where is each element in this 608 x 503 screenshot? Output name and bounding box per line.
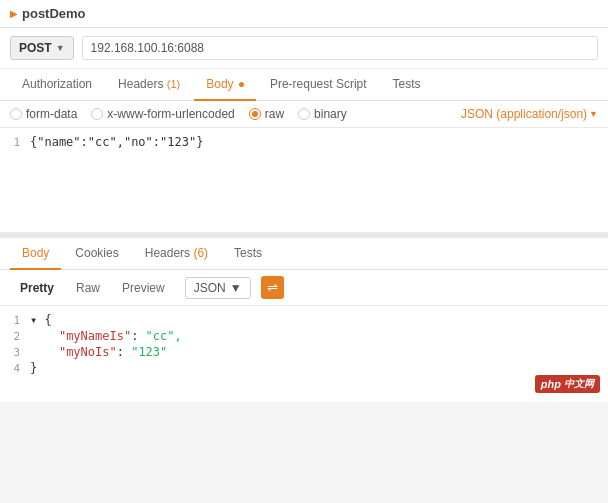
tab-authorization[interactable]: Authorization xyxy=(10,69,104,101)
resp-line-num-1: 1 xyxy=(0,313,30,327)
resp-line-1: 1 ▾ { xyxy=(0,312,608,328)
headers-badge: (1) xyxy=(167,78,180,90)
response-tabs-bar: Body Cookies Headers (6) Tests xyxy=(0,238,608,270)
method-select[interactable]: POST ▼ xyxy=(10,36,74,60)
resp-line-num-3: 3 xyxy=(0,345,30,359)
method-label: POST xyxy=(19,41,52,55)
resp-line-3: 3 "myNoIs": "123" xyxy=(0,344,608,360)
resp-json-label: JSON xyxy=(194,281,226,295)
tab-body[interactable]: Body xyxy=(194,69,256,101)
response-section: Body Cookies Headers (6) Tests Pretty Ra… xyxy=(0,238,608,401)
demo-title: postDemo xyxy=(22,6,86,21)
binary-label: binary xyxy=(314,107,347,121)
resp-tab-headers[interactable]: Headers (6) xyxy=(133,238,220,270)
resp-line-4: 4 } xyxy=(0,360,608,376)
tab-headers[interactable]: Headers (1) xyxy=(106,69,192,101)
response-code-area: 1 ▾ { 2 "myNameIs": "cc", 3 "myNoIs": "1… xyxy=(0,306,608,401)
body-dot xyxy=(239,82,244,87)
resp-tab-body[interactable]: Body xyxy=(10,238,61,270)
response-subtabs: Pretty Raw Preview JSON ▼ ⇌ xyxy=(0,270,608,306)
raw-option[interactable]: raw xyxy=(249,107,284,121)
urlencoded-option[interactable]: x-www-form-urlencoded xyxy=(91,107,234,121)
raw-radio[interactable] xyxy=(249,108,261,120)
wrap-button[interactable]: ⇌ xyxy=(261,276,284,299)
resp-json-chevron-icon: ▼ xyxy=(230,281,242,295)
urlencoded-label: x-www-form-urlencoded xyxy=(107,107,234,121)
request-tabs-bar: Authorization Headers (1) Body Pre-reque… xyxy=(0,69,608,101)
watermark-site: 中文网 xyxy=(564,377,594,391)
urlencoded-radio[interactable] xyxy=(91,108,103,120)
response-json-select[interactable]: JSON ▼ xyxy=(185,277,251,299)
url-input[interactable] xyxy=(82,36,598,60)
watermark: php 中文网 xyxy=(535,375,600,393)
subtab-preview[interactable]: Preview xyxy=(112,277,175,299)
resp-headers-badge: (6) xyxy=(193,246,208,260)
resp-line-content-3: "myNoIs": "123" xyxy=(30,345,167,359)
binary-option[interactable]: binary xyxy=(298,107,347,121)
subtab-raw[interactable]: Raw xyxy=(66,277,110,299)
form-data-label: form-data xyxy=(26,107,77,121)
raw-label: raw xyxy=(265,107,284,121)
resp-line-num-2: 2 xyxy=(0,329,30,343)
top-bar: ▶ postDemo xyxy=(0,0,608,28)
method-chevron-icon: ▼ xyxy=(56,43,65,53)
line-num-1: 1 xyxy=(0,135,30,149)
binary-radio[interactable] xyxy=(298,108,310,120)
json-chevron-icon: ▼ xyxy=(589,109,598,119)
resp-line-content-2: "myNameIs": "cc", xyxy=(30,329,182,343)
wrap-icon: ⇌ xyxy=(267,280,278,295)
form-data-option[interactable]: form-data xyxy=(10,107,77,121)
json-type-select[interactable]: JSON (application/json) ▼ xyxy=(461,107,598,121)
php-label: php xyxy=(541,378,561,390)
subtab-pretty[interactable]: Pretty xyxy=(10,277,64,299)
expand-arrow-icon[interactable]: ▶ xyxy=(10,8,18,19)
resp-tab-cookies[interactable]: Cookies xyxy=(63,238,130,270)
form-data-radio[interactable] xyxy=(10,108,22,120)
tab-tests[interactable]: Tests xyxy=(381,69,433,101)
tab-prerequest[interactable]: Pre-request Script xyxy=(258,69,379,101)
request-editor: 1 {"name":"cc","no":"123"} xyxy=(0,128,608,238)
editor-line-1: 1 {"name":"cc","no":"123"} xyxy=(0,134,608,150)
resp-line-content-4: } xyxy=(30,361,37,375)
resp-tab-tests[interactable]: Tests xyxy=(222,238,274,270)
resp-line-2: 2 "myNameIs": "cc", xyxy=(0,328,608,344)
line-content-1[interactable]: {"name":"cc","no":"123"} xyxy=(30,135,203,149)
body-options: form-data x-www-form-urlencoded raw bina… xyxy=(0,101,608,128)
json-type-label: JSON (application/json) xyxy=(461,107,587,121)
resp-line-content-1: ▾ { xyxy=(30,313,52,327)
resp-line-num-4: 4 xyxy=(0,361,30,375)
request-bar: POST ▼ xyxy=(0,28,608,69)
resp-arrow-1: ▾ xyxy=(30,313,37,327)
